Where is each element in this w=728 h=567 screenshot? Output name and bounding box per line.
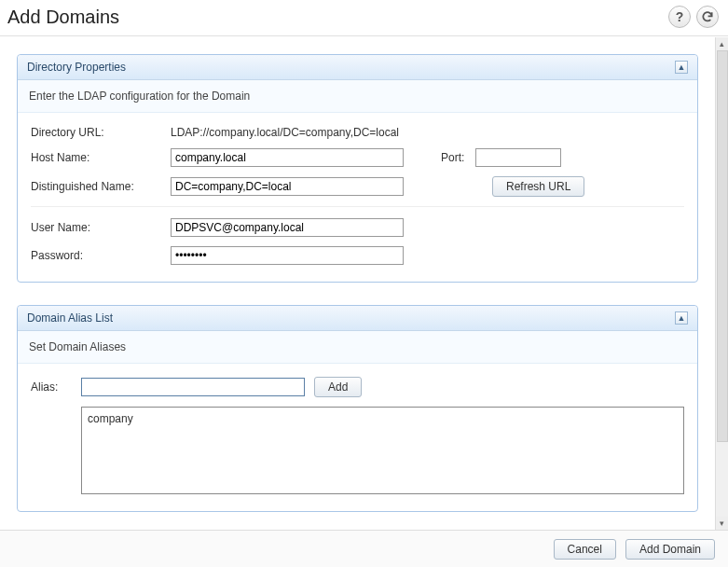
directory-properties-subtitle: Enter the LDAP configuration for the Dom… xyxy=(18,80,697,113)
distinguished-name-label: Distinguished Name: xyxy=(31,180,171,193)
content-area: Directory Properties ▲ Enter the LDAP co… xyxy=(0,37,715,530)
alias-label: Alias: xyxy=(31,380,72,394)
footer-bar: Cancel Add Domain xyxy=(0,530,728,567)
alias-input[interactable] xyxy=(81,378,305,396)
scroll-track[interactable] xyxy=(716,50,729,517)
directory-properties-body: Directory URL: LDAP://company.local/DC=c… xyxy=(18,113,697,282)
add-alias-button[interactable]: Add xyxy=(314,377,362,397)
refresh-url-button[interactable]: Refresh URL xyxy=(492,176,584,197)
scroll-down-icon[interactable]: ▾ xyxy=(716,517,729,530)
port-input[interactable] xyxy=(475,148,561,167)
host-name-label: Host Name: xyxy=(31,151,171,164)
collapse-icon[interactable]: ▲ xyxy=(675,311,688,325)
cancel-button[interactable]: Cancel xyxy=(554,539,616,560)
page-title: Add Domains xyxy=(7,7,119,28)
add-domain-button[interactable]: Add Domain xyxy=(625,539,715,560)
divider xyxy=(31,206,684,207)
domain-alias-subtitle: Set Domain Aliases xyxy=(18,331,697,364)
alias-list[interactable]: company xyxy=(81,407,684,494)
help-icon[interactable]: ? xyxy=(668,6,691,28)
user-name-label: User Name: xyxy=(31,221,171,234)
domain-alias-panel: Domain Alias List ▲ Set Domain Aliases A… xyxy=(17,305,698,512)
directory-properties-title: Directory Properties xyxy=(27,61,126,74)
alias-item[interactable]: company xyxy=(88,411,678,426)
collapse-icon[interactable]: ▲ xyxy=(675,61,688,74)
user-name-input[interactable] xyxy=(171,218,404,237)
vertical-scrollbar[interactable]: ▴ ▾ xyxy=(715,37,728,530)
scroll-up-icon[interactable]: ▴ xyxy=(716,37,729,50)
scroll-thumb[interactable] xyxy=(717,50,728,442)
refresh-icon[interactable] xyxy=(696,6,719,28)
domain-alias-header: Domain Alias List ▲ xyxy=(18,306,697,331)
page-header: Add Domains ? xyxy=(0,0,728,36)
host-name-input[interactable] xyxy=(171,148,404,167)
password-label: Password: xyxy=(31,249,171,262)
directory-properties-header: Directory Properties ▲ xyxy=(18,55,697,80)
directory-properties-panel: Directory Properties ▲ Enter the LDAP co… xyxy=(17,54,698,283)
password-input[interactable] xyxy=(171,246,404,265)
distinguished-name-input[interactable] xyxy=(171,177,404,196)
directory-url-value: LDAP://company.local/DC=company,DC=local xyxy=(171,126,399,139)
domain-alias-body: Alias: Add company xyxy=(18,364,697,511)
directory-url-label: Directory URL: xyxy=(31,126,171,139)
header-icon-group: ? xyxy=(668,6,719,28)
domain-alias-title: Domain Alias List xyxy=(27,311,113,325)
port-label: Port: xyxy=(441,151,464,164)
